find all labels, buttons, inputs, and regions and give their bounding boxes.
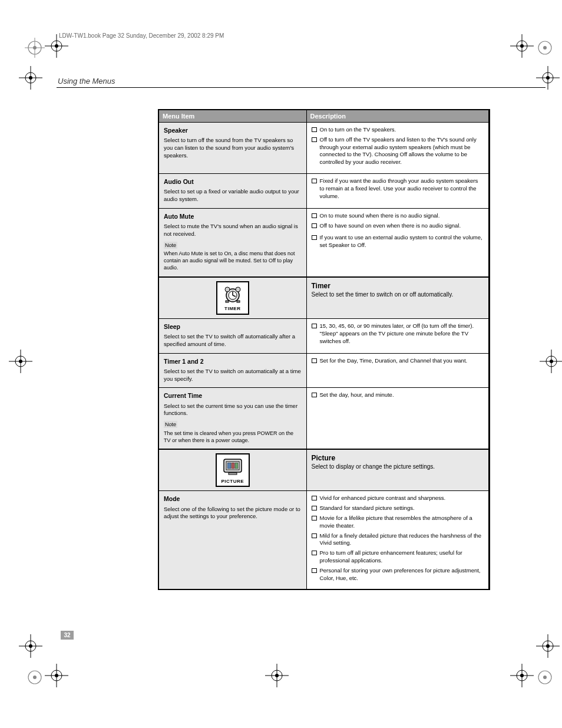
cell-curtime-left: Current Time Select to set the current t… [159,388,306,449]
picture-sub: Select to display or change the picture … [312,463,484,471]
header-rule [57,87,546,88]
row-sleep: Sleep Select to set the TV to switch off… [159,318,489,353]
speaker-opt-on: On to turn on the TV speakers. [312,126,484,134]
automute-note-label: Note [164,242,177,249]
svg-rect-67 [229,473,237,475]
svg-point-59 [236,287,240,292]
automute-opt-off: Off to have sound on even when there is … [312,222,484,230]
picture-icon: PICTURE [216,453,250,487]
reg-mark-bl-inner [45,664,68,687]
audioout-expl: Select to set up a fixed or variable aud… [164,188,302,203]
reg-mark-bl-upper [19,634,42,658]
section-timer: TIMER Timer Select to set the timer to s… [159,277,489,319]
picture-title: Picture [312,453,484,463]
timer-sub: Select to set the timer to switch on or … [312,291,484,299]
reg-mark-tr-inner [510,34,534,58]
svg-point-11 [29,76,32,80]
row-mode: Mode Select one of the following to set … [159,491,489,589]
reg-mark-br-upper [536,634,560,658]
reg-mark-br-outer [535,667,555,687]
automute-opt-on: On to mute sound when there is no audio … [312,212,484,220]
section-picture: PICTURE Picture Select to display or cha… [159,449,489,491]
col-menu-item: Menu Item [159,110,306,123]
curtime-note-label: Note [164,421,177,428]
curtime-opt: Set the day, hour, and minute. [312,391,484,399]
mode-opt-personal: Personal for storing your own preference… [312,567,484,582]
reg-mark-mr [540,350,562,373]
svg-point-17 [520,44,524,48]
sleep-opt: 15, 30, 45, 60, or 90 minutes later, or … [312,322,484,345]
reg-mark-br-inner [510,664,534,687]
sleep-title: Sleep [164,322,302,331]
cell-automute-left: Auto Mute Select to mute the TV's sound … [159,208,306,276]
svg-point-39 [29,644,32,648]
speaker-expl: Select to turn off the sound from the TV… [164,137,302,159]
svg-point-53 [275,674,279,677]
mode-opt-mild: Mild for a finely detailed picture that … [312,532,484,548]
curtime-title: Current Time [164,391,302,400]
running-head: Using the Menus [58,77,115,85]
svg-point-41 [543,676,547,679]
automute-title: Auto Mute [164,212,302,220]
cell-sleep-left: Sleep Select to set the TV to switch off… [159,318,306,353]
sleep-expl: Select to set the TV to switch off autom… [164,333,302,348]
cell-audioout-left: Audio Out Select to set up a fixed or va… [159,174,306,209]
timer12-expl: Select to set the TV to switch on automa… [164,368,302,383]
header-date: LDW-TW1.book Page 32 Sunday, December 29… [59,32,224,39]
reg-mark-ml [9,350,32,373]
mode-opt-standard: Standard for standard picture settings. [312,505,484,512]
row-speaker: Speaker Select to turn off the sound fro… [159,123,489,174]
cell-speaker-right: On to turn on the TV speakers. Off to tu… [306,123,489,174]
svg-point-21 [546,76,550,80]
audioout-title: Audio Out [164,177,302,186]
svg-point-7 [55,44,58,48]
cell-curtime-right: Set the day, hour, and minute. [306,388,489,449]
audioout-opt-fixed: Fixed if you want the audio through your… [312,177,484,200]
automute-opt-ext: If you want to use an external audio sys… [312,234,484,249]
reg-mark-tl-outer [25,38,45,58]
svg-rect-64 [227,463,231,469]
cell-automute-right: On to mute sound when there is no audio … [306,208,489,276]
reg-mark-tr-outer [535,38,555,58]
col-description: Description [306,110,489,123]
reg-mark-bc [265,664,289,687]
row-auto-mute: Auto Mute Select to mute the TV's sound … [159,208,489,276]
row-audio-out: Audio Out Select to set up a fixed or va… [159,174,489,209]
cell-mode-left: Mode Select one of the following to set … [159,491,306,589]
curtime-note-body: The set time is cleared when you press P… [164,430,302,444]
svg-rect-66 [235,463,238,469]
svg-rect-60 [226,301,229,302]
svg-rect-61 [237,301,240,302]
mode-title: Mode [164,495,302,503]
svg-point-13 [543,46,547,50]
timer12-opt: Set for the Day, Time, Duration, and Cha… [312,357,484,365]
curtime-expl: Select to set the current time so you ca… [164,403,302,418]
automute-note-body: When Auto Mute is set to On, a disc menu… [164,250,302,271]
mode-opt-movie: Movie for a lifelike picture that resemb… [312,515,484,530]
reg-mark-bl-outer [25,667,45,687]
page-number: 32 [61,631,74,640]
cell-mode-right: Vivid for enhanced picture contrast and … [306,491,489,589]
svg-point-35 [55,674,58,677]
timer12-title: Timer 1 and 2 [164,357,302,365]
cell-timer12-left: Timer 1 and 2 Select to set the TV to sw… [159,353,306,388]
timer-icon-caption: TIMER [221,306,244,312]
row-timer12: Timer 1 and 2 Select to set the TV to sw… [159,353,489,388]
timer-title: Timer [312,281,484,291]
cell-speaker-left: Speaker Select to turn off the sound fro… [159,123,306,174]
cell-picture-icon: PICTURE [159,449,306,491]
mode-opt-vivid: Vivid for enhanced picture contrast and … [312,495,484,502]
reg-mark-tr-lower [536,66,560,90]
svg-point-45 [520,674,524,677]
svg-point-25 [19,360,22,363]
cell-picture-title: Picture Select to display or change the … [306,449,489,491]
speaker-opt-off: Off to turn off the TV speakers and list… [312,136,484,166]
mode-opt-pro: Pro to turn off all picture enhancement … [312,549,484,565]
cell-timer-title: Timer Select to set the timer to switch … [306,277,489,319]
row-current-time: Current Time Select to set the current t… [159,388,489,449]
timer-icon: TIMER [216,281,249,315]
svg-point-58 [225,287,230,292]
cell-timer12-right: Set for the Day, Time, Duration, and Cha… [306,353,489,388]
picture-icon-caption: PICTURE [220,479,245,485]
speaker-title: Speaker [164,126,302,134]
